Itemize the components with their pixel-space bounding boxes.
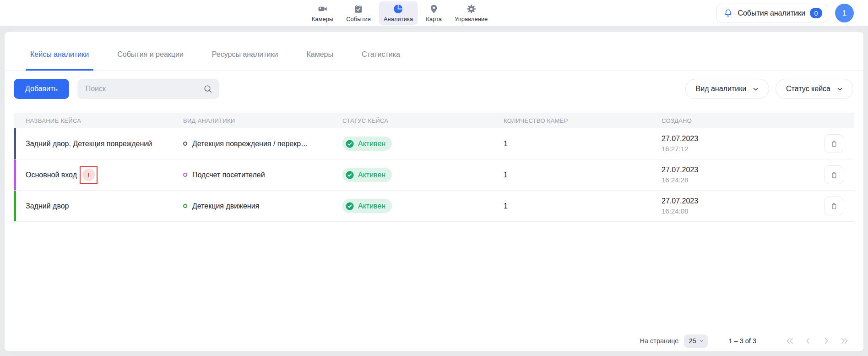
tab-label: События и реакции — [117, 50, 184, 59]
created-date: 27.07.2023 — [662, 197, 799, 205]
trash-icon — [830, 139, 839, 148]
created-time: 16:27:12 — [662, 145, 799, 153]
case-color-stripe — [14, 191, 16, 221]
nav-label: Управление — [455, 16, 488, 22]
header-case-status: СТАТУС КЕЙСА — [342, 117, 504, 124]
cell-camera-count: 1 — [504, 171, 662, 179]
delete-case-button[interactable] — [825, 134, 843, 153]
cell-case-name: Задний двор. Детекция повреждений — [14, 140, 183, 148]
nav-item-management[interactable]: Управление — [450, 1, 492, 25]
gear-icon — [466, 4, 477, 14]
nav-item-events[interactable]: События — [342, 1, 375, 25]
tab-events-and-reactions[interactable]: События и реакции — [113, 38, 188, 71]
delete-case-button[interactable] — [825, 165, 843, 184]
tab-analytics-resources[interactable]: Ресурсы аналитики — [207, 38, 283, 71]
cell-case-status: Активен — [342, 199, 504, 213]
nav-label: Аналитика — [384, 16, 413, 22]
created-date: 27.07.2023 — [662, 165, 799, 174]
search-input[interactable] — [77, 79, 219, 99]
filter-label: Вид аналитики — [696, 85, 747, 93]
chevron-down-icon — [699, 338, 704, 344]
search-box — [77, 79, 219, 99]
pie-chart-icon — [393, 4, 404, 14]
analytics-type-text: Детекция движения — [192, 202, 259, 210]
last-page-icon[interactable] — [840, 336, 850, 346]
tab-label: Статистика — [362, 50, 400, 59]
bell-icon — [723, 8, 733, 18]
cell-camera-count: 1 — [504, 140, 662, 148]
camera-icon — [317, 4, 328, 14]
analytics-type-dot-icon — [183, 204, 187, 208]
cell-created: 27.07.2023 16:24:08 — [662, 197, 799, 215]
table-row[interactable]: Задний двор Детекция движения Активен 1 … — [14, 191, 854, 222]
top-bar-right: События аналитики 0 1 — [716, 4, 854, 22]
cell-case-name: Основной вход ! — [14, 166, 183, 184]
table-header-row: НАЗВАНИЕ КЕЙСА ВИД АНАЛИТИКИ СТАТУС КЕЙС… — [14, 113, 854, 128]
main-navigation: Камеры События Аналитика Карта — [307, 0, 493, 26]
created-time: 16:24:08 — [662, 207, 799, 215]
status-text: Активен — [358, 202, 385, 210]
toolbar: Добавить Вид аналитики Статус кейса — [5, 79, 863, 99]
tab-label: Ресурсы аналитики — [212, 50, 278, 59]
analytics-events-label: События аналитики — [738, 9, 805, 17]
case-name-text: Задний двор. Детекция повреждений — [26, 140, 152, 148]
cell-actions — [799, 134, 854, 153]
cell-created: 27.07.2023 16:27:12 — [662, 134, 799, 153]
case-color-stripe — [14, 128, 16, 159]
add-case-button[interactable]: Добавить — [14, 79, 69, 99]
calendar-check-icon — [353, 4, 364, 14]
filter-analytics-type-dropdown[interactable]: Вид аналитики — [685, 79, 770, 99]
tab-cameras[interactable]: Камеры — [302, 38, 338, 71]
nav-label: Камеры — [312, 16, 334, 22]
analytics-type-text: Детекция повреждения / перекр… — [192, 140, 308, 148]
created-time: 16:24:28 — [662, 176, 799, 184]
tab-label: Камеры — [306, 50, 333, 59]
prev-page-icon[interactable] — [803, 336, 813, 346]
page-range-text: 1 – 3 of 3 — [729, 337, 756, 345]
cell-created: 27.07.2023 16:24:28 — [662, 165, 799, 184]
tab-label: Кейсы аналитики — [30, 50, 89, 59]
tab-analytics-cases[interactable]: Кейсы аналитики — [26, 38, 93, 71]
nav-item-map[interactable]: Карта — [421, 1, 446, 25]
warning-icon[interactable]: ! — [82, 169, 95, 181]
nav-item-cameras[interactable]: Камеры — [307, 1, 338, 25]
nav-item-analytics[interactable]: Аналитика — [379, 1, 418, 25]
per-page-label: На странице — [640, 337, 678, 345]
tab-statistics[interactable]: Статистика — [357, 38, 405, 71]
check-circle-icon — [345, 170, 354, 180]
cell-analytics-type: Подсчет посетителей — [183, 171, 342, 179]
per-page-select[interactable]: 25 — [684, 334, 707, 348]
case-name-text: Задний двор — [26, 202, 69, 210]
case-name-text: Основной вход — [26, 171, 77, 179]
chevron-down-icon — [836, 85, 844, 93]
analytics-events-button[interactable]: События аналитики 0 — [716, 4, 828, 22]
analytics-type-dot-icon — [183, 142, 187, 146]
filter-case-status-dropdown[interactable]: Статус кейса — [776, 79, 853, 99]
pagination-arrows — [785, 336, 850, 346]
chevron-down-icon — [752, 85, 760, 93]
next-page-icon[interactable] — [821, 336, 831, 346]
cell-case-status: Активен — [342, 168, 504, 182]
table-row[interactable]: Задний двор. Детекция повреждений Детекц… — [14, 128, 854, 159]
table-row[interactable]: Основной вход ! Подсчет посетителей Акти… — [14, 159, 854, 191]
header-case-name: НАЗВАНИЕ КЕЙСА — [14, 117, 183, 124]
check-circle-icon — [345, 202, 354, 211]
delete-case-button[interactable] — [825, 197, 843, 215]
nav-label: События — [346, 16, 371, 22]
cell-case-status: Активен — [342, 137, 504, 151]
user-avatar[interactable]: 1 — [835, 4, 854, 22]
analytics-tabs: Кейсы аналитики События и реакции Ресурс… — [5, 32, 863, 71]
check-circle-icon — [345, 139, 354, 148]
map-pin-icon — [429, 4, 439, 14]
cell-actions — [799, 197, 854, 215]
first-page-icon[interactable] — [785, 336, 795, 346]
cell-case-name: Задний двор — [14, 202, 183, 210]
top-bar: Камеры События Аналитика Карта — [0, 0, 868, 26]
nav-label: Карта — [426, 16, 442, 22]
case-color-stripe — [14, 159, 16, 190]
cell-analytics-type: Детекция движения — [183, 202, 342, 210]
status-badge: Активен — [342, 137, 392, 151]
cell-camera-count: 1 — [504, 202, 662, 210]
pagination: На странице 25 1 – 3 of 3 — [640, 334, 850, 348]
magnifier-icon[interactable] — [203, 84, 213, 94]
